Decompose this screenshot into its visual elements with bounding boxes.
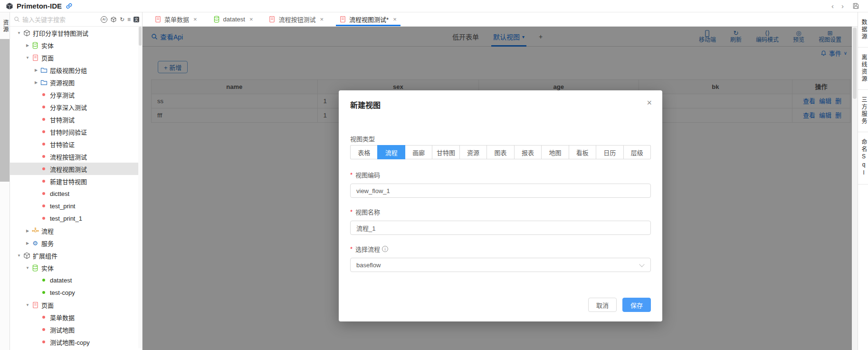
tab-close-icon[interactable]: × [249, 16, 253, 23]
view-type-流程[interactable]: 流程 [377, 145, 405, 159]
tree-right-arrow-icon[interactable]: ▶ [33, 68, 39, 72]
tree-item-dicttest[interactable]: dicttest [10, 187, 142, 200]
view-name-input[interactable]: 流程_1 [350, 221, 651, 235]
view-type-甘特图[interactable]: 甘特图 [432, 145, 459, 159]
view-type-segments: 表格流程画廊甘特图资源图表报表地图看板日历层级 [350, 145, 651, 159]
tree-right-arrow-icon[interactable]: ▶ [24, 229, 31, 233]
flow-icon [31, 227, 39, 234]
close-icon[interactable]: × [647, 98, 652, 108]
cancel-button[interactable]: 取消 [588, 298, 617, 312]
tree-item-label: 扩展组件 [33, 251, 57, 260]
view-type-报表[interactable]: 报表 [514, 145, 542, 159]
dot-red-icon [39, 106, 48, 108]
tree-item-打印分享甘特图测试[interactable]: ▼打印分享甘特图测试 [10, 27, 142, 39]
tree-scrollbar[interactable] [138, 27, 142, 348]
tree-item-层级视图分组[interactable]: ▶层级视图分组 [10, 64, 142, 76]
editor-tab-流程视图测试[interactable]: 流程视图测试* × [336, 12, 401, 26]
required-asterisk: * [350, 171, 353, 178]
tree-right-arrow-icon[interactable]: ▶ [33, 80, 39, 85]
view-type-层级[interactable]: 层级 [623, 145, 651, 159]
right-rail-item-命名Sql[interactable]: 命名Sql [858, 132, 868, 185]
tree-item-label: 分享测试 [50, 90, 75, 99]
editor-tab-流程按钮测试[interactable]: 流程按钮测试 × [265, 12, 327, 26]
list-view-icon[interactable]: ≡ [127, 16, 131, 23]
tree-item-分享深入测试[interactable]: 分享深入测试 [10, 101, 142, 113]
content-scrollbar[interactable] [852, 27, 858, 350]
tree-right-arrow-icon[interactable]: ▶ [24, 43, 31, 48]
tree-item-菜单数据[interactable]: 菜单数据 [10, 311, 142, 323]
tree-item-test_print_1[interactable]: test_print_1 [10, 212, 142, 224]
save-button[interactable]: 保存 [622, 298, 651, 312]
tree-item-label: 实体 [41, 41, 54, 50]
share-link-icon[interactable] [66, 2, 73, 10]
rail-scroll-thumb[interactable] [0, 39, 10, 182]
gear-icon: ⚙ [31, 240, 39, 247]
nav-forward-icon[interactable]: › [838, 2, 848, 10]
search-input[interactable]: 输入关键字搜索 [22, 15, 98, 24]
tree-item-扩展组件[interactable]: ▼扩展组件 [10, 249, 142, 262]
tree-item-label: 流程视图测试 [50, 165, 87, 174]
tree-down-arrow-icon[interactable]: ▼ [24, 266, 31, 270]
editor-tab-菜单数据[interactable]: 菜单数据 × [151, 12, 201, 26]
view-type-表格[interactable]: 表格 [350, 145, 378, 159]
tree-item-流程视图测试[interactable]: 流程视图测试 [10, 163, 142, 175]
tree-item-甘特测试[interactable]: 甘特测试 [10, 113, 142, 126]
tree-item-datatest[interactable]: datatest [10, 274, 142, 286]
tree-item-页面[interactable]: ▼页面 [10, 51, 142, 64]
right-rail-item-三方服务[interactable]: 三方服务 [858, 90, 868, 132]
right-rail-item-数据源[interactable]: 数据源 [858, 12, 868, 48]
view-type-地图[interactable]: 地图 [541, 145, 569, 159]
tree-item-流程按钮测试[interactable]: 流程按钮测试 [10, 150, 142, 163]
tree-right-arrow-icon[interactable]: ▶ [24, 241, 31, 245]
new-view-dialog: 新建视图 × 视图类型 表格流程画廊甘特图资源图表报表地图看板日历层级 * 视图… [339, 90, 662, 321]
editor-tab-datatest[interactable]: datatest × [210, 12, 257, 26]
title-bar: Primeton-IDE ‹ › [0, 0, 868, 12]
tree-item-实体[interactable]: ▶实体 [10, 39, 142, 51]
tab-close-icon[interactable]: × [393, 16, 397, 23]
tree-item-测试地图-copy[interactable]: 测试地图-copy [10, 336, 142, 348]
tab-close-icon[interactable]: × [320, 16, 324, 23]
tree-item-test-copy[interactable]: test-copy [10, 286, 142, 299]
right-rail-item-离线资源[interactable]: 离线资源 [858, 48, 868, 90]
tree-item-服务[interactable]: ▶⚙服务 [10, 237, 142, 249]
view-code-input[interactable]: view_flow_1 [350, 184, 651, 198]
resource-sidebar: 输入关键字搜索 AI ↻ ≡ 文 ▼打印分享甘特图测试▶实体▼页面▶层级视图分组… [10, 12, 143, 350]
tree-item-资源视图[interactable]: ▶资源视图 [10, 76, 142, 88]
flow-select[interactable]: baseflow [350, 258, 651, 272]
tree-item-test_print[interactable]: test_print [10, 200, 142, 212]
tree-item-label: dicttest [50, 190, 69, 197]
select-flow-field: * 选择流程 i baseflow [350, 244, 651, 272]
tree-down-arrow-icon[interactable]: ▼ [16, 31, 22, 35]
tree-item-甘特验证[interactable]: 甘特验证 [10, 138, 142, 150]
refresh-icon[interactable]: ↻ [120, 16, 124, 23]
new-component-icon[interactable] [110, 16, 117, 23]
tab-close-icon[interactable]: × [193, 16, 197, 23]
search-icon [14, 16, 20, 22]
view-type-资源[interactable]: 资源 [459, 145, 487, 159]
tree-down-arrow-icon[interactable]: ▼ [24, 303, 31, 307]
doc-icon [31, 301, 39, 309]
tree-item-新建甘特视图[interactable]: 新建甘特视图 [10, 175, 142, 187]
tree-item-分享测试[interactable]: 分享测试 [10, 88, 142, 101]
view-type-日历[interactable]: 日历 [596, 145, 623, 159]
doc-mode-icon[interactable]: 文 [134, 17, 139, 22]
save-icon[interactable] [852, 2, 859, 10]
tree-item-流程[interactable]: ▶流程 [10, 224, 142, 237]
nav-back-icon[interactable]: ‹ [828, 2, 838, 10]
tree-item-测试地图[interactable]: 测试地图 [10, 323, 142, 336]
tree-item-label: test_print [50, 203, 75, 210]
view-type-图表[interactable]: 图表 [486, 145, 514, 159]
ai-icon[interactable]: AI [101, 16, 107, 23]
tree-item-实体[interactable]: ▼实体 [10, 262, 142, 274]
tree-down-arrow-icon[interactable]: ▼ [24, 56, 31, 60]
rail-tab-resources[interactable]: 资源 [0, 12, 10, 37]
tree-down-arrow-icon[interactable]: ▼ [16, 253, 22, 258]
app-title: Primeton-IDE [17, 2, 62, 10]
view-type-画廊[interactable]: 画廊 [405, 145, 432, 159]
tree-item-页面[interactable]: ▼页面 [10, 299, 142, 311]
dot-red-icon [39, 167, 48, 170]
tree-item-label: 新建甘特视图 [50, 177, 87, 186]
dot-red-icon [39, 143, 48, 146]
view-type-看板[interactable]: 看板 [569, 145, 596, 159]
tree-item-甘特时间验证[interactable]: 甘特时间验证 [10, 126, 142, 138]
